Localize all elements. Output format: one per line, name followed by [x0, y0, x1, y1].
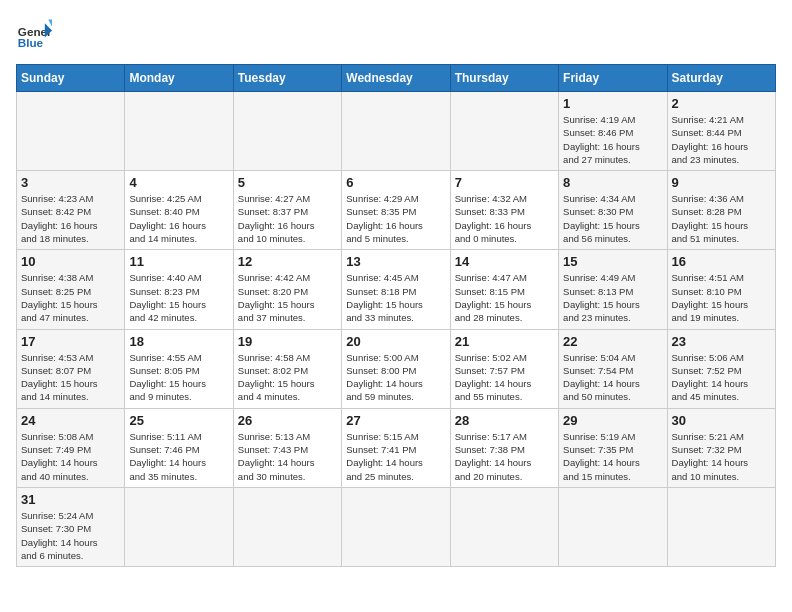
- logo-icon: General Blue: [16, 16, 52, 52]
- calendar-day: 5Sunrise: 4:27 AM Sunset: 8:37 PM Daylig…: [233, 171, 341, 250]
- day-info: Sunrise: 5:00 AM Sunset: 8:00 PM Dayligh…: [346, 351, 445, 404]
- day-number: 7: [455, 175, 554, 190]
- day-info: Sunrise: 4:21 AM Sunset: 8:44 PM Dayligh…: [672, 113, 771, 166]
- day-info: Sunrise: 5:21 AM Sunset: 7:32 PM Dayligh…: [672, 430, 771, 483]
- day-info: Sunrise: 4:34 AM Sunset: 8:30 PM Dayligh…: [563, 192, 662, 245]
- day-number: 3: [21, 175, 120, 190]
- day-number: 12: [238, 254, 337, 269]
- day-number: 8: [563, 175, 662, 190]
- calendar-day: [17, 92, 125, 171]
- day-info: Sunrise: 4:27 AM Sunset: 8:37 PM Dayligh…: [238, 192, 337, 245]
- calendar-day: 29Sunrise: 5:19 AM Sunset: 7:35 PM Dayli…: [559, 408, 667, 487]
- day-info: Sunrise: 5:08 AM Sunset: 7:49 PM Dayligh…: [21, 430, 120, 483]
- calendar-day: 14Sunrise: 4:47 AM Sunset: 8:15 PM Dayli…: [450, 250, 558, 329]
- calendar-day: 21Sunrise: 5:02 AM Sunset: 7:57 PM Dayli…: [450, 329, 558, 408]
- day-number: 1: [563, 96, 662, 111]
- calendar-day: 6Sunrise: 4:29 AM Sunset: 8:35 PM Daylig…: [342, 171, 450, 250]
- day-number: 14: [455, 254, 554, 269]
- calendar-day: [342, 92, 450, 171]
- calendar-day: [233, 487, 341, 566]
- day-number: 26: [238, 413, 337, 428]
- calendar-day: 17Sunrise: 4:53 AM Sunset: 8:07 PM Dayli…: [17, 329, 125, 408]
- calendar-day: 2Sunrise: 4:21 AM Sunset: 8:44 PM Daylig…: [667, 92, 775, 171]
- logo: General Blue: [16, 16, 52, 52]
- calendar-table: SundayMondayTuesdayWednesdayThursdayFrid…: [16, 64, 776, 567]
- calendar-day: 8Sunrise: 4:34 AM Sunset: 8:30 PM Daylig…: [559, 171, 667, 250]
- day-number: 20: [346, 334, 445, 349]
- calendar-day: 18Sunrise: 4:55 AM Sunset: 8:05 PM Dayli…: [125, 329, 233, 408]
- day-number: 4: [129, 175, 228, 190]
- calendar-day: 22Sunrise: 5:04 AM Sunset: 7:54 PM Dayli…: [559, 329, 667, 408]
- calendar-day: [342, 487, 450, 566]
- day-info: Sunrise: 5:19 AM Sunset: 7:35 PM Dayligh…: [563, 430, 662, 483]
- day-info: Sunrise: 4:32 AM Sunset: 8:33 PM Dayligh…: [455, 192, 554, 245]
- day-number: 2: [672, 96, 771, 111]
- day-number: 15: [563, 254, 662, 269]
- weekday-header-tuesday: Tuesday: [233, 65, 341, 92]
- day-info: Sunrise: 4:53 AM Sunset: 8:07 PM Dayligh…: [21, 351, 120, 404]
- calendar-week-4: 24Sunrise: 5:08 AM Sunset: 7:49 PM Dayli…: [17, 408, 776, 487]
- day-info: Sunrise: 5:11 AM Sunset: 7:46 PM Dayligh…: [129, 430, 228, 483]
- calendar-day: 27Sunrise: 5:15 AM Sunset: 7:41 PM Dayli…: [342, 408, 450, 487]
- day-number: 24: [21, 413, 120, 428]
- day-info: Sunrise: 4:45 AM Sunset: 8:18 PM Dayligh…: [346, 271, 445, 324]
- calendar-day: 9Sunrise: 4:36 AM Sunset: 8:28 PM Daylig…: [667, 171, 775, 250]
- calendar-day: 12Sunrise: 4:42 AM Sunset: 8:20 PM Dayli…: [233, 250, 341, 329]
- calendar-day: 16Sunrise: 4:51 AM Sunset: 8:10 PM Dayli…: [667, 250, 775, 329]
- calendar-day: 30Sunrise: 5:21 AM Sunset: 7:32 PM Dayli…: [667, 408, 775, 487]
- weekday-header-friday: Friday: [559, 65, 667, 92]
- day-number: 10: [21, 254, 120, 269]
- day-number: 11: [129, 254, 228, 269]
- day-info: Sunrise: 4:51 AM Sunset: 8:10 PM Dayligh…: [672, 271, 771, 324]
- day-number: 29: [563, 413, 662, 428]
- day-number: 27: [346, 413, 445, 428]
- calendar-day: [450, 92, 558, 171]
- calendar-day: 11Sunrise: 4:40 AM Sunset: 8:23 PM Dayli…: [125, 250, 233, 329]
- weekday-header-monday: Monday: [125, 65, 233, 92]
- day-info: Sunrise: 4:42 AM Sunset: 8:20 PM Dayligh…: [238, 271, 337, 324]
- calendar-day: 25Sunrise: 5:11 AM Sunset: 7:46 PM Dayli…: [125, 408, 233, 487]
- calendar-day: 13Sunrise: 4:45 AM Sunset: 8:18 PM Dayli…: [342, 250, 450, 329]
- calendar-day: [233, 92, 341, 171]
- weekday-header-saturday: Saturday: [667, 65, 775, 92]
- calendar-week-3: 17Sunrise: 4:53 AM Sunset: 8:07 PM Dayli…: [17, 329, 776, 408]
- day-number: 31: [21, 492, 120, 507]
- day-number: 21: [455, 334, 554, 349]
- day-info: Sunrise: 5:13 AM Sunset: 7:43 PM Dayligh…: [238, 430, 337, 483]
- calendar-day: 20Sunrise: 5:00 AM Sunset: 8:00 PM Dayli…: [342, 329, 450, 408]
- day-number: 13: [346, 254, 445, 269]
- calendar-day: 23Sunrise: 5:06 AM Sunset: 7:52 PM Dayli…: [667, 329, 775, 408]
- calendar-day: 31Sunrise: 5:24 AM Sunset: 7:30 PM Dayli…: [17, 487, 125, 566]
- day-number: 5: [238, 175, 337, 190]
- calendar-day: 4Sunrise: 4:25 AM Sunset: 8:40 PM Daylig…: [125, 171, 233, 250]
- day-info: Sunrise: 5:06 AM Sunset: 7:52 PM Dayligh…: [672, 351, 771, 404]
- calendar-day: 19Sunrise: 4:58 AM Sunset: 8:02 PM Dayli…: [233, 329, 341, 408]
- day-number: 22: [563, 334, 662, 349]
- calendar-week-0: 1Sunrise: 4:19 AM Sunset: 8:46 PM Daylig…: [17, 92, 776, 171]
- day-info: Sunrise: 4:38 AM Sunset: 8:25 PM Dayligh…: [21, 271, 120, 324]
- calendar-day: 1Sunrise: 4:19 AM Sunset: 8:46 PM Daylig…: [559, 92, 667, 171]
- day-info: Sunrise: 4:58 AM Sunset: 8:02 PM Dayligh…: [238, 351, 337, 404]
- day-info: Sunrise: 5:15 AM Sunset: 7:41 PM Dayligh…: [346, 430, 445, 483]
- day-number: 9: [672, 175, 771, 190]
- calendar-day: [125, 92, 233, 171]
- day-info: Sunrise: 5:24 AM Sunset: 7:30 PM Dayligh…: [21, 509, 120, 562]
- calendar-day: 3Sunrise: 4:23 AM Sunset: 8:42 PM Daylig…: [17, 171, 125, 250]
- calendar-day: 26Sunrise: 5:13 AM Sunset: 7:43 PM Dayli…: [233, 408, 341, 487]
- day-info: Sunrise: 4:23 AM Sunset: 8:42 PM Dayligh…: [21, 192, 120, 245]
- calendar-day: [559, 487, 667, 566]
- calendar-day: 24Sunrise: 5:08 AM Sunset: 7:49 PM Dayli…: [17, 408, 125, 487]
- calendar-day: 15Sunrise: 4:49 AM Sunset: 8:13 PM Dayli…: [559, 250, 667, 329]
- day-number: 16: [672, 254, 771, 269]
- calendar-day: [450, 487, 558, 566]
- day-number: 6: [346, 175, 445, 190]
- day-info: Sunrise: 4:55 AM Sunset: 8:05 PM Dayligh…: [129, 351, 228, 404]
- calendar-day: 10Sunrise: 4:38 AM Sunset: 8:25 PM Dayli…: [17, 250, 125, 329]
- day-number: 19: [238, 334, 337, 349]
- weekday-header-thursday: Thursday: [450, 65, 558, 92]
- day-number: 30: [672, 413, 771, 428]
- day-info: Sunrise: 4:19 AM Sunset: 8:46 PM Dayligh…: [563, 113, 662, 166]
- calendar-day: [125, 487, 233, 566]
- day-info: Sunrise: 5:02 AM Sunset: 7:57 PM Dayligh…: [455, 351, 554, 404]
- page-header: General Blue: [16, 16, 776, 52]
